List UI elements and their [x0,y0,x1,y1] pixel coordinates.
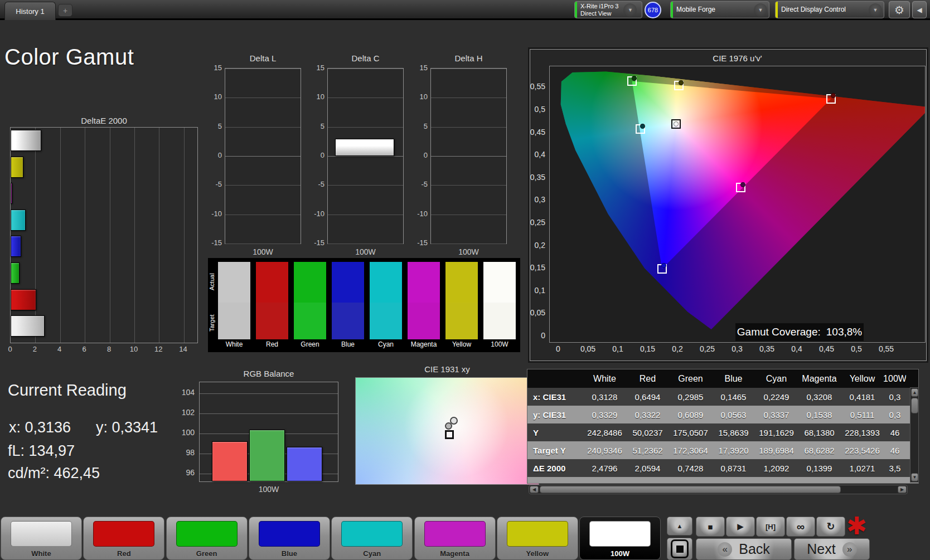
play-icon[interactable]: ▶ [726,517,755,537]
row-label: Target Y [527,441,583,459]
cie1976-title: CIE 1976 u'v' [549,53,926,63]
axis-tick-label: -15 [206,238,222,247]
axis-tick-label: 2 [26,345,43,353]
pattern-button-magenta[interactable]: Magenta [414,517,496,560]
next-button[interactable]: Next» [794,538,870,560]
swatch-label: Magenta [405,340,443,350]
target-swatch-white [218,303,250,339]
back-arrow-icon: « [718,542,732,557]
axis-tick-label: 0,35 [755,344,779,353]
gridline [431,98,506,98]
target-row-label: Target [209,304,216,343]
axis-category-label: 100W [327,247,404,256]
table-vertical-scrollbar[interactable]: ▲ ▼ [910,387,919,483]
table-cell: 2,4796 [583,459,626,477]
gridline [431,244,506,244]
pattern-button-label: 100W [580,549,660,558]
pattern-button-yellow[interactable]: Yellow [497,517,578,560]
chevron-down-icon[interactable]: ▼ [623,3,637,17]
actual-swatch-100w [483,262,516,303]
reading-count-badge: 678 [645,2,661,18]
current-reading-title: Current Reading [8,381,127,400]
column-header: Cyan [755,369,798,388]
table-horizontal-scrollbar[interactable]: ◀ ▶ [529,485,908,494]
pattern-button-cyan[interactable]: Cyan [331,517,413,560]
axis-tick-label: 0,05 [576,344,600,353]
chevron-down-icon[interactable]: ▼ [754,3,767,17]
table-cell: 0,3128 [583,388,626,406]
pattern-window-mode-button[interactable] [667,538,692,560]
scroll-right-icon[interactable]: ▶ [898,486,907,493]
collapse-panel-icon[interactable]: ◀ [912,1,927,18]
axis-tick-label: 12 [150,345,167,353]
scroll-up-icon[interactable]: ▲ [911,388,918,397]
swatch-label: Yellow [443,340,481,350]
gridline [60,128,61,343]
pattern-up-icon[interactable]: ▲ [667,517,692,535]
table-cell: 46 [884,441,906,459]
add-tab-button[interactable]: + [58,4,72,17]
axis-tick-label: 0,2 [665,344,690,353]
chart-plot [327,68,404,244]
pattern-button-red[interactable]: Red [83,517,164,560]
measured-marker-magenta [740,182,745,187]
table-row: y: CIE310,33290,33220,60890,05630,33370,… [527,406,919,423]
axis-tick-label: 0,4 [535,150,545,159]
stop-icon[interactable]: ■ [696,517,725,537]
axis-tick-label: 14 [175,345,192,353]
gridline [431,69,506,69]
back-button[interactable]: «Back [696,538,792,560]
table-cell: 1,8681 [583,477,626,484]
table-cell: 0,2985 [669,388,712,406]
axis-tick-label: 0,15 [530,263,545,272]
gridline [225,69,301,69]
table-cell: 1,7407 [755,477,798,484]
step-icon[interactable]: [H] [756,517,785,537]
axis-tick-label: 0 [412,151,428,159]
pattern-swatch [11,521,72,547]
swatch-label: Red [253,340,291,350]
measured-marker-green [632,76,637,81]
scroll-down-icon[interactable]: ▼ [911,473,918,481]
deltae-bar-green [11,262,20,284]
gridline [134,128,135,343]
workflow-selector[interactable]: Direct Display Control ▼ [775,1,884,18]
axis-tick-label: 0,3 [535,195,545,204]
scroll-thumb[interactable] [911,398,918,413]
loop-icon[interactable]: ∞ [786,517,815,537]
actual-target-swatch-strip: ActualTargetWhiteRedGreenBlueCyanMagenta… [208,258,520,352]
tab-history-1[interactable]: History 1 [4,2,56,20]
chevron-down-icon[interactable]: ▼ [869,3,882,17]
axis-tick-label: 0,2 [535,241,545,250]
app-window: History 1 + X-Rite i1Pro 3 Direct View ▼… [0,0,930,560]
axis-tick-label: 0,5 [844,344,869,353]
table-cell: 1,2092 [755,459,798,477]
table-cell: 2,0594 [626,459,669,477]
pattern-swatch [259,521,320,547]
column-header [527,369,583,388]
target-swatch-yellow [445,303,478,339]
pattern-button-green[interactable]: Green [166,517,248,560]
cie1931-plot [355,377,539,485]
pattern-button-100w[interactable]: 100W [579,517,661,560]
gridline [159,128,159,343]
gridline [431,127,506,128]
axis-tick-label: 0,5 [535,105,545,114]
column-header: Yellow [841,369,884,388]
chart-plot [430,68,507,244]
meter-selector[interactable]: X-Rite i1Pro 3 Direct View ▼ [574,1,642,18]
swatch-label: White [215,340,253,350]
scroll-left-icon[interactable]: ◀ [530,486,539,493]
gear-icon[interactable]: ⚙ [889,1,910,18]
table-cell: 1,0271 [841,459,884,477]
table-cell: 0,2249 [755,388,798,406]
axis-tick-label: 0 [309,151,324,159]
axis-tick-label: -15 [309,238,324,247]
pattern-swatch [176,521,238,547]
refresh-icon[interactable]: ↻ [816,517,845,537]
source-selector[interactable]: Mobile Forge ▼ [670,1,769,18]
pattern-button-white[interactable]: White [1,517,82,560]
scroll-thumb[interactable] [540,486,841,493]
pattern-button-blue[interactable]: Blue [249,517,330,560]
gridline [225,98,301,98]
